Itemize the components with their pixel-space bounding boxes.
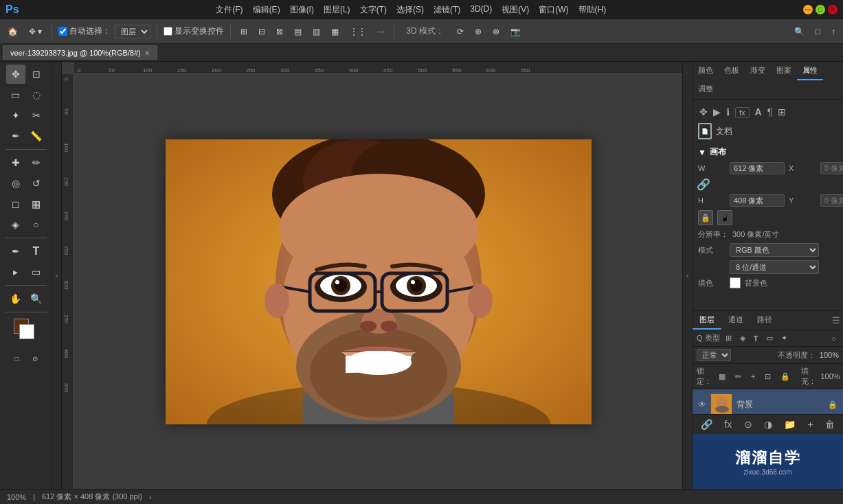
auto-select-dropdown[interactable]: 图层 — [115, 25, 150, 38]
layers-panel-menu[interactable]: ☰ — [829, 311, 843, 330]
brush-tool[interactable]: ✏ — [27, 153, 46, 172]
minimize-button[interactable]: — — [803, 5, 813, 14]
fill-color-swatch[interactable] — [730, 277, 741, 288]
zoom-tool[interactable]: 🔍 — [27, 289, 46, 308]
filter-adjust[interactable]: ◈ — [737, 332, 748, 344]
collapse-right-panel[interactable]: ‹ — [682, 62, 692, 489]
tab-properties[interactable]: 属性 — [797, 62, 823, 80]
tab-pattern[interactable]: 图案 — [771, 62, 797, 80]
align-top[interactable]: ▤ — [291, 25, 305, 38]
layers-tab-channels[interactable]: 通道 — [721, 311, 750, 330]
home-button[interactable]: 🏠 — [4, 25, 21, 38]
move-tool-options[interactable]: ✥ ▾ — [25, 25, 45, 38]
add-mask-button[interactable]: ⊙ — [741, 417, 755, 431]
menu-window[interactable]: 窗口(W) — [539, 4, 568, 16]
filter-shape[interactable]: ▭ — [763, 332, 776, 344]
eraser-tool[interactable]: ◻ — [6, 194, 25, 214]
add-style-button[interactable]: fx — [721, 417, 734, 431]
filter-smart[interactable]: ✦ — [778, 332, 790, 344]
menu-edit[interactable]: 编辑(E) — [253, 4, 280, 16]
quick-mask-mode[interactable]: ⊙ — [27, 351, 43, 366]
shape-tool[interactable]: ▭ — [27, 262, 46, 282]
layer-visibility-icon[interactable]: 👁 — [698, 400, 706, 409]
3d-pan[interactable]: ⊕ — [471, 25, 485, 38]
menu-select[interactable]: 选择(S) — [396, 4, 424, 16]
height-input[interactable] — [730, 194, 785, 207]
filter-text[interactable]: T — [751, 333, 761, 344]
lock-paint[interactable]: ✏ — [732, 371, 744, 382]
layers-tab-layers[interactable]: 图层 — [693, 311, 721, 330]
workspace-button[interactable]: □ — [812, 25, 824, 38]
mode-select[interactable]: RGB 颜色 — [730, 243, 819, 257]
y-input[interactable] — [820, 194, 843, 207]
dodge-tool[interactable]: ○ — [27, 215, 46, 234]
color-picker[interactable] — [14, 319, 38, 343]
menu-text[interactable]: 文字(T) — [360, 4, 387, 16]
share-button[interactable]: ↑ — [828, 25, 839, 38]
menu-filter[interactable]: 滤镜(T) — [434, 4, 460, 16]
layers-tab-paths[interactable]: 路径 — [750, 311, 779, 330]
lock-artboard[interactable]: ⊡ — [762, 371, 774, 382]
artboard-tool[interactable]: ⊡ — [27, 65, 46, 84]
document-tab[interactable]: veer-139293873.jpg @ 100%(RGB/8#) ✕ — [3, 45, 157, 60]
maximize-button[interactable]: □ — [816, 5, 825, 14]
layer-item[interactable]: 👁 背景 🔒 — [693, 389, 843, 414]
nav-icon[interactable]: ✥ — [698, 105, 709, 119]
eyedropper-tool[interactable]: ✒ — [6, 126, 25, 146]
gradient-tool[interactable]: ▦ — [27, 194, 46, 214]
portrait-icon[interactable]: 🔒 — [698, 210, 713, 225]
blur-tool[interactable]: ◈ — [6, 215, 25, 234]
distribute[interactable]: ⋮⋮ — [346, 25, 370, 38]
background-color[interactable] — [19, 324, 34, 339]
3d-rotate[interactable]: ⟳ — [453, 25, 467, 38]
rectangular-marquee[interactable]: ▭ — [6, 85, 25, 104]
fx-button[interactable]: fx — [734, 105, 751, 119]
auto-select-checkbox[interactable]: 自动选择： — [58, 25, 111, 37]
new-group-button[interactable]: 📁 — [781, 417, 798, 431]
info-icon[interactable]: ℹ — [725, 105, 731, 119]
move-tool[interactable]: ✥ — [6, 65, 25, 84]
path-select[interactable]: ▸ — [6, 262, 25, 282]
lock-position[interactable]: + — [748, 371, 758, 382]
play-icon[interactable]: ▶ — [712, 105, 722, 119]
crop-tool[interactable]: ✂ — [27, 106, 46, 125]
standard-mode[interactable]: □ — [10, 351, 25, 366]
healing-brush[interactable]: ✚ — [6, 153, 25, 172]
lock-all[interactable]: 🔒 — [778, 371, 793, 382]
menu-3d[interactable]: 3D(D) — [470, 4, 492, 16]
lasso-tool[interactable]: ◌ — [27, 85, 46, 104]
ruler-tool[interactable]: 📏 — [27, 126, 46, 146]
menu-file[interactable]: 文件(F) — [216, 4, 243, 16]
width-input[interactable] — [730, 162, 785, 174]
3d-camera[interactable]: 📷 — [507, 25, 524, 38]
quick-select[interactable]: ✦ — [6, 106, 25, 125]
filter-pixel[interactable]: ⊞ — [723, 332, 734, 344]
collapse-left-panel[interactable]: › — [52, 62, 62, 489]
x-input[interactable] — [820, 162, 843, 174]
menu-help[interactable]: 帮助(H) — [578, 4, 607, 16]
tab-swatches[interactable]: 色板 — [719, 62, 745, 80]
tab-close-button[interactable]: ✕ — [144, 49, 150, 57]
depth-select[interactable]: 8 位/通道 — [730, 260, 819, 274]
align-center-h[interactable]: ⊟ — [255, 25, 269, 38]
menu-layer[interactable]: 图层(L) — [324, 4, 350, 16]
clone-stamp[interactable]: ◎ — [6, 174, 25, 193]
tab-adjustments[interactable]: 调整 — [693, 80, 719, 99]
new-adjustment-button[interactable]: ◑ — [761, 417, 775, 431]
lock-transparent[interactable]: ▦ — [716, 371, 728, 382]
3d-zoom[interactable]: ⊗ — [489, 25, 503, 38]
tab-color[interactable]: 颜色 — [693, 62, 719, 80]
menu-image[interactable]: 图像(I) — [290, 4, 314, 16]
history-brush[interactable]: ↺ — [27, 174, 46, 193]
delete-layer-button[interactable]: 🗑 — [822, 417, 838, 431]
align-center-v[interactable]: ▥ — [309, 25, 324, 38]
blend-mode-select[interactable]: 正常 — [697, 349, 731, 361]
hand-tool[interactable]: ✋ — [6, 289, 25, 308]
more-options[interactable]: ··· — [374, 25, 387, 38]
canvas-section-title[interactable]: ▼ 画布 — [698, 146, 838, 158]
text-icon[interactable]: A — [754, 105, 763, 119]
menu-view[interactable]: 视图(V) — [502, 4, 529, 16]
new-layer-button[interactable]: + — [805, 417, 816, 431]
type-tool[interactable]: T — [27, 242, 46, 261]
tab-gradient[interactable]: 渐变 — [745, 62, 771, 80]
